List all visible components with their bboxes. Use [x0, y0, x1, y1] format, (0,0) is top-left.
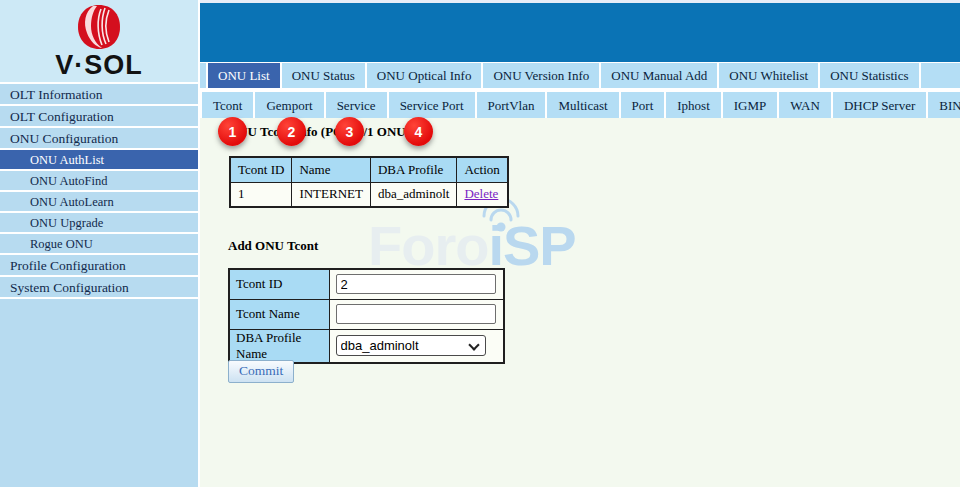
primary-tab-row: ONU ListONU StatusONU Optical InfoONU Ve… [200, 62, 960, 88]
watermark-text-strong: iSP [488, 218, 575, 274]
form-label-tcont-name: Tcont Name [229, 299, 329, 329]
sidebar: V·SOL OLT InformationOLT ConfigurationON… [0, 0, 200, 487]
watermark-text-faint: Foro [368, 218, 488, 274]
tab-onu-list[interactable]: ONU List [208, 63, 280, 88]
primary-leading-spacer [200, 63, 206, 88]
tab-onu-status[interactable]: ONU Status [282, 63, 365, 88]
sidebar-item-onu-autolearn[interactable]: ONU AutoLearn [0, 192, 198, 213]
watermark: ForoiSP [368, 218, 576, 274]
sidebar-item-profile-configuration[interactable]: Profile Configuration [0, 255, 198, 277]
tab-iphost[interactable]: Iphost [666, 92, 721, 118]
form-label-tcont-id: Tcont ID [229, 269, 329, 299]
add-tcont-form: Tcont IDTcont NameDBA Profile Namedba_ad… [228, 268, 505, 364]
table-cell: dba_adminolt [370, 182, 457, 207]
form-row-dba-profile-name: DBA Profile Namedba_adminolt [229, 329, 504, 363]
table-cell: 1 [230, 182, 292, 207]
tcont-table: Tcont IDNameDBA ProfileAction 1INTERNETd… [229, 156, 509, 208]
callout-circle-2: 2 [277, 117, 306, 146]
tab-dhcp-server[interactable]: DHCP Server [833, 92, 926, 118]
form-row-tcont-name: Tcont Name [229, 299, 504, 329]
add-onu-tcont-heading: Add ONU Tcont [228, 238, 318, 254]
sidebar-item-olt-information[interactable]: OLT Information [0, 84, 198, 106]
table-row: 1INTERNETdba_adminoltDelete [230, 182, 508, 207]
tab-onu-optical-info[interactable]: ONU Optical Info [367, 63, 482, 88]
tab-wan[interactable]: WAN [779, 92, 831, 118]
tcont-col-dba-profile: DBA Profile [370, 157, 457, 182]
tab-gemport[interactable]: Gemport [255, 92, 323, 118]
primary-trailing-filler [921, 63, 960, 88]
main-area: ONU ListONU StatusONU Optical InfoONU Ve… [200, 0, 960, 487]
commit-button[interactable]: Commit [228, 360, 294, 383]
tab-onu-manual-add[interactable]: ONU Manual Add [601, 63, 717, 88]
tcont-name-input[interactable] [336, 304, 496, 324]
table-cell: INTERNET [292, 182, 371, 207]
sidebar-item-onu-upgrade[interactable]: ONU Upgrade [0, 213, 198, 234]
sidebar-item-onu-configuration[interactable]: ONU Configuration [0, 128, 198, 150]
tab-igmp[interactable]: IGMP [723, 92, 778, 118]
tab-service-port[interactable]: Service Port [389, 92, 475, 118]
tab-onu-whitelist[interactable]: ONU Whitelist [719, 63, 818, 88]
sidebar-menu: OLT InformationOLT ConfigurationONU Conf… [0, 84, 198, 299]
brand-logo-text: V·SOL [55, 52, 143, 79]
secondary-tab-row: TcontGemportServiceService PortPortVlanM… [200, 91, 960, 118]
select-wrap: dba_adminolt [336, 335, 486, 356]
sidebar-item-rogue-onu[interactable]: Rogue ONU [0, 234, 198, 255]
callout-circle-3: 3 [335, 117, 364, 146]
form-value-cell: dba_adminolt [329, 329, 504, 363]
action-cell: Delete [457, 182, 508, 207]
sidebar-item-olt-configuration[interactable]: OLT Configuration [0, 106, 198, 128]
vsol-logo-icon [75, 3, 123, 51]
sidebar-item-system-configuration[interactable]: System Configuration [0, 277, 198, 299]
form-label-dba-profile-name: DBA Profile Name [229, 329, 329, 363]
tab-port[interactable]: Port [621, 92, 665, 118]
form-value-cell [329, 269, 504, 299]
sidebar-item-onu-authlist[interactable]: ONU AuthList [0, 150, 198, 171]
content-area: ForoiSP ONU Tcont Info (PON:0/1 ONU:1) T… [200, 118, 960, 486]
callout-circle-1: 1 [218, 117, 247, 146]
tab-onu-version-info[interactable]: ONU Version Info [483, 63, 599, 88]
tab-tcont[interactable]: Tcont [202, 92, 253, 118]
logo-panel: V·SOL [0, 0, 198, 84]
sidebar-item-onu-autofind[interactable]: ONU AutoFind [0, 171, 198, 192]
tcont-table-head: Tcont IDNameDBA ProfileAction [230, 157, 508, 182]
delete-link[interactable]: Delete [464, 186, 498, 201]
dba-profile-name-select[interactable]: dba_adminolt [336, 335, 486, 356]
tab-bind-mode[interactable]: BIND Mode [928, 92, 960, 118]
tcont-col-tcont-id: Tcont ID [230, 157, 292, 182]
tab-service[interactable]: Service [326, 92, 387, 118]
tcont-col-name: Name [292, 157, 371, 182]
tab-multicast[interactable]: Multicast [547, 92, 618, 118]
form-value-cell [329, 299, 504, 329]
tcont-col-action: Action [457, 157, 508, 182]
header-bar [200, 3, 960, 62]
form-row-tcont-id: Tcont ID [229, 269, 504, 299]
callout-circle-4: 4 [404, 117, 433, 146]
page-title: ONU Tcont Info (PON:0/1 ONU:1) [228, 124, 421, 140]
tab-onu-statistics[interactable]: ONU Statistics [820, 63, 918, 88]
tcont-id-input[interactable] [336, 274, 496, 294]
tab-portvlan[interactable]: PortVlan [477, 92, 546, 118]
